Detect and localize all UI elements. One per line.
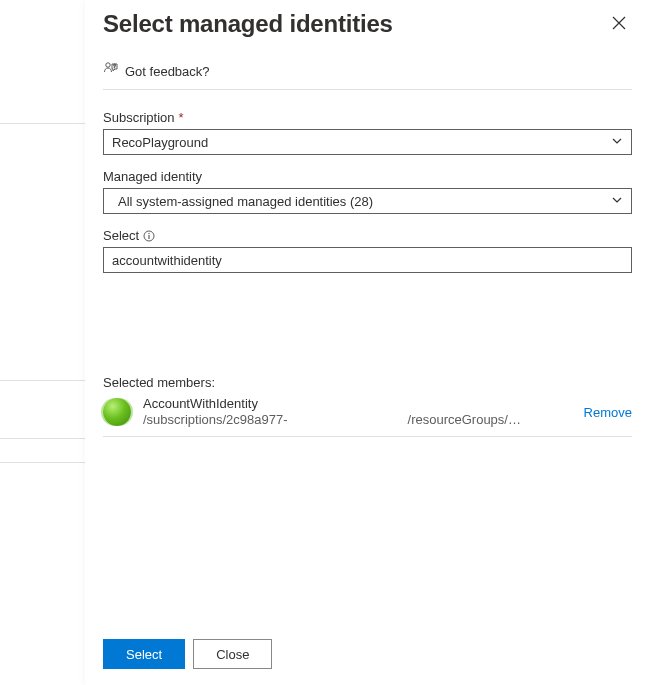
required-star-icon: * [179,110,184,125]
managed-identity-field-group: Managed identity All system-assigned man… [103,169,632,214]
select-label: Select [103,228,632,243]
subscription-label: Subscription * [103,110,632,125]
subscription-label-text: Subscription [103,110,175,125]
feedback-icon: ? [103,61,119,81]
selected-members-section: Selected members: AccountWithIdentity /s… [103,375,632,438]
feedback-link[interactable]: ? Got feedback? [103,61,632,90]
results-scroll-region: Selected members: AccountWithIdentity /s… [103,273,632,625]
subscription-value: RecoPlayground [112,135,208,150]
member-path-prefix: /subscriptions/2c98a977- [143,412,288,428]
svg-point-0 [106,63,110,67]
remove-member-link[interactable]: Remove [584,405,632,420]
close-panel-button[interactable] [606,10,632,39]
svg-point-3 [148,232,149,233]
panel-title: Select managed identities [103,10,393,38]
select-field-group: Select [103,228,632,273]
background-separator-lines [0,0,85,685]
managed-identity-label: Managed identity [103,169,632,184]
close-button[interactable]: Close [193,639,272,669]
chevron-down-icon [611,194,623,209]
feedback-label: Got feedback? [125,64,210,79]
selected-member-row: AccountWithIdentity /subscriptions/2c98a… [103,396,632,429]
member-name: AccountWithIdentity [143,396,578,412]
select-label-text: Select [103,228,139,243]
managed-identity-dropdown[interactable]: All system-assigned managed identities (… [103,188,632,214]
subscription-field-group: Subscription * RecoPlayground [103,110,632,155]
select-managed-identities-panel: Select managed identities ? Got feedback… [85,0,650,685]
chevron-down-icon [611,135,623,150]
footer-actions: Select Close [103,625,632,685]
member-text-block: AccountWithIdentity /subscriptions/2c98a… [143,396,578,429]
close-icon [612,16,626,33]
panel-header: Select managed identities [103,0,632,39]
svg-rect-4 [149,235,150,239]
info-icon[interactable] [143,230,155,242]
member-path-suffix: /resourceGroups/… [408,412,521,428]
member-path-row: /subscriptions/2c98a977- /resourceGroups… [143,412,578,428]
select-button[interactable]: Select [103,639,185,669]
subscription-dropdown[interactable]: RecoPlayground [103,129,632,155]
select-search-input[interactable] [103,247,632,273]
identity-sphere-icon [103,398,131,426]
selected-members-label: Selected members: [103,375,632,390]
managed-identity-value: All system-assigned managed identities (… [118,194,373,209]
